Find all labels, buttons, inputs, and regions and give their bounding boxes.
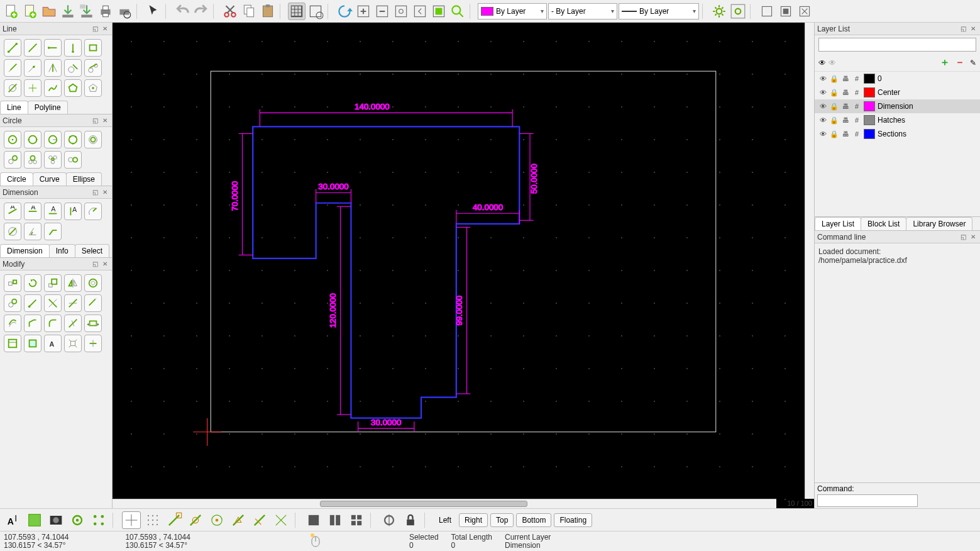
eye-icon[interactable]: 👁 bbox=[818, 116, 827, 125]
new-from-template-button[interactable] bbox=[21, 3, 39, 20]
modify-attr-button[interactable] bbox=[24, 335, 41, 352]
line-parallel-button[interactable] bbox=[4, 59, 21, 77]
zoom-window-button[interactable] bbox=[430, 3, 448, 20]
modify-stretch-button[interactable] bbox=[84, 314, 102, 332]
line-polygon-cv-button[interactable] bbox=[84, 79, 102, 97]
dim-vertical-button[interactable]: A bbox=[64, 203, 82, 220]
layer-row[interactable]: 👁🔒🖶#0 bbox=[815, 72, 980, 86]
close-icon[interactable]: ✕ bbox=[969, 233, 977, 242]
line-tangent-cc-button[interactable] bbox=[84, 59, 102, 77]
grid-status-button[interactable] bbox=[777, 3, 795, 20]
eye-icon[interactable]: 👁 bbox=[818, 102, 827, 111]
line-orthogonal-button[interactable] bbox=[4, 79, 21, 97]
command-input[interactable] bbox=[817, 494, 918, 507]
print-button[interactable] bbox=[97, 3, 114, 20]
layer-filter-input[interactable] bbox=[818, 38, 976, 52]
pointer-button[interactable] bbox=[145, 3, 162, 20]
circle-2points-radius-button[interactable] bbox=[44, 131, 62, 148]
construction-icon[interactable]: # bbox=[852, 102, 861, 111]
lock-icon[interactable]: 🔒 bbox=[830, 130, 839, 138]
tab-circle[interactable]: Circle bbox=[0, 172, 33, 186]
restrict-nothing-button[interactable] bbox=[304, 511, 323, 529]
lock-icon[interactable]: 🔒 bbox=[830, 116, 839, 125]
print-icon[interactable]: 🖶 bbox=[841, 116, 850, 125]
line-freehand-button[interactable] bbox=[44, 79, 62, 97]
undock-icon[interactable]: ◱ bbox=[959, 25, 967, 33]
point-button[interactable] bbox=[68, 511, 87, 529]
snap-free-button[interactable] bbox=[122, 511, 141, 529]
construction-icon[interactable]: # bbox=[852, 74, 861, 83]
snap-grid-button[interactable] bbox=[143, 511, 162, 529]
zoom-out-button[interactable] bbox=[373, 3, 391, 20]
print-icon[interactable]: 🖶 bbox=[841, 102, 850, 111]
tab-line[interactable]: Line bbox=[0, 101, 28, 114]
dim-radial-button[interactable] bbox=[84, 203, 102, 220]
dim-linear-button[interactable]: A bbox=[24, 203, 41, 220]
construction-icon[interactable]: # bbox=[852, 88, 861, 97]
color-combo[interactable]: By Layer bbox=[478, 3, 547, 19]
relative-zero-button[interactable] bbox=[380, 511, 399, 529]
snap-middle-button[interactable] bbox=[229, 511, 248, 529]
dim-diametric-button[interactable] bbox=[4, 223, 21, 240]
modify-trim2-button[interactable] bbox=[64, 294, 82, 312]
fullscreen-button[interactable] bbox=[758, 3, 776, 20]
snap-intersect-button[interactable] bbox=[272, 511, 290, 529]
print-icon[interactable]: 🖶 bbox=[841, 88, 850, 97]
close-all-button[interactable] bbox=[796, 3, 813, 20]
modify-divide-button[interactable] bbox=[64, 314, 82, 332]
modify-fillet-button[interactable] bbox=[44, 314, 62, 332]
paste-button[interactable] bbox=[259, 3, 277, 20]
hatch-button[interactable] bbox=[25, 511, 44, 529]
draft-toggle-button[interactable] bbox=[307, 3, 324, 20]
print-preview-button[interactable] bbox=[116, 3, 133, 20]
edit-layer-button[interactable]: ✎ bbox=[970, 58, 976, 67]
close-icon[interactable]: ✕ bbox=[101, 25, 109, 33]
dim-angular-button[interactable] bbox=[24, 223, 41, 240]
line-horizontal-button[interactable] bbox=[44, 39, 62, 57]
vertical-scrollbar[interactable] bbox=[805, 23, 814, 499]
layer-row[interactable]: 👁🔒🖶#Dimension bbox=[815, 99, 980, 113]
image-button[interactable] bbox=[47, 511, 65, 529]
freeze-icon[interactable]: 👁 bbox=[829, 58, 836, 67]
snap-on-entity-button[interactable] bbox=[186, 511, 205, 529]
tab-select[interactable]: Select bbox=[75, 244, 109, 257]
modify-offset-button[interactable] bbox=[4, 314, 21, 332]
tab-library-browser[interactable]: Library Browser bbox=[906, 217, 972, 230]
circle-concentric-button[interactable] bbox=[84, 131, 102, 148]
drawing-canvas[interactable]: 140.0000 30.0000 70.0000 50.0000 bbox=[113, 23, 814, 508]
circle-inscribed-button[interactable] bbox=[64, 151, 82, 169]
save-button[interactable] bbox=[59, 3, 77, 20]
circle-2points-button[interactable] bbox=[24, 131, 41, 148]
eye-icon[interactable]: 👁 bbox=[818, 88, 827, 97]
line-vertical-button[interactable] bbox=[64, 39, 82, 57]
tab-layer-list[interactable]: Layer List bbox=[815, 217, 861, 230]
modify-moverotate-button[interactable] bbox=[84, 274, 102, 292]
dock-bottom-button[interactable]: Bottom bbox=[516, 513, 551, 527]
dock-left-button[interactable]: Left bbox=[434, 514, 456, 526]
undock-icon[interactable]: ◱ bbox=[91, 188, 99, 197]
modify-rotate2-button[interactable] bbox=[4, 294, 21, 312]
circle-tan1-button[interactable] bbox=[4, 151, 21, 169]
line-polygon-cc-button[interactable] bbox=[64, 79, 82, 97]
line-angle-button[interactable] bbox=[24, 39, 41, 57]
tab-block-list[interactable]: Block List bbox=[861, 217, 906, 230]
circle-tan2-button[interactable] bbox=[24, 151, 41, 169]
undock-icon[interactable]: ◱ bbox=[91, 25, 99, 33]
cut-button[interactable] bbox=[221, 3, 239, 20]
print-icon[interactable]: 🖶 bbox=[841, 130, 850, 138]
eye-icon[interactable]: 👁 bbox=[818, 74, 827, 83]
close-icon[interactable]: ✕ bbox=[969, 25, 977, 33]
modify-delete-button[interactable] bbox=[84, 335, 102, 352]
dim-aligned-button[interactable]: A bbox=[4, 203, 21, 220]
zoom-in-button[interactable] bbox=[355, 3, 372, 20]
dock-top-button[interactable]: Top bbox=[490, 513, 514, 527]
modify-text-button[interactable]: A bbox=[44, 335, 62, 352]
construction-icon[interactable]: # bbox=[852, 130, 861, 138]
dim-leader-button[interactable] bbox=[44, 223, 62, 240]
print-icon[interactable]: 🖶 bbox=[841, 74, 850, 83]
lock-icon[interactable]: 🔒 bbox=[830, 74, 839, 83]
tab-dimension[interactable]: Dimension bbox=[0, 244, 50, 257]
circle-3points-button[interactable] bbox=[64, 131, 82, 148]
modify-trim-button[interactable] bbox=[44, 294, 62, 312]
modify-scale-button[interactable] bbox=[44, 274, 62, 292]
